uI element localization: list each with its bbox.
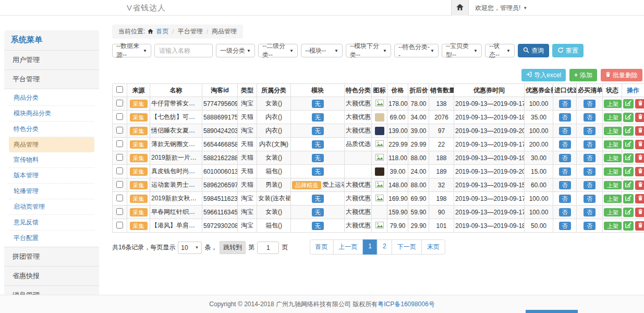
sidebar-item-特色分类[interactable]: 特色分类 xyxy=(9,122,94,137)
edit-icon xyxy=(625,167,631,175)
pager-button-下一页[interactable]: 下一页 xyxy=(392,239,422,255)
delete-button[interactable] xyxy=(635,208,644,217)
edit-button[interactable] xyxy=(623,194,634,203)
delete-button[interactable] xyxy=(635,140,644,149)
sidebar-group-拼团管理[interactable]: 拼团管理 xyxy=(4,247,99,266)
row-checkbox[interactable] xyxy=(116,167,123,174)
import-excel-button[interactable]: 导入excel xyxy=(521,69,566,81)
delete-button[interactable] xyxy=(635,180,644,190)
add-button[interactable]: + 添加 xyxy=(569,69,597,81)
edit-button[interactable] xyxy=(623,99,634,109)
edit-icon xyxy=(625,195,631,202)
sidebar-item-商品管理[interactable]: 商品管理 xyxy=(9,137,94,152)
breadcrumb-home-icon xyxy=(148,28,153,35)
edit-button[interactable] xyxy=(623,221,634,231)
breadcrumb-item-platform: 平台管理 xyxy=(178,27,203,36)
bottom-blue-strip xyxy=(526,310,578,313)
pager-button-首页[interactable]: 首页 xyxy=(309,239,333,255)
breadcrumb-item-goods: 商品管理 xyxy=(212,27,237,36)
delete-button[interactable] xyxy=(635,167,644,176)
item-type-select[interactable]: --宝贝类型--▼ xyxy=(442,44,482,57)
sidebar-item-平台配置[interactable]: 平台配置 xyxy=(9,231,94,246)
row-checkbox[interactable] xyxy=(116,113,123,120)
header-right: 欢迎您，管理员! ▼ xyxy=(451,0,644,16)
sidebar-item-模块商品分类[interactable]: 模块商品分类 xyxy=(9,106,94,122)
sidebar-item-商品分类[interactable]: 商品分类 xyxy=(9,90,94,106)
query-button[interactable]: 查询 xyxy=(518,44,549,57)
sidebar-group-省惠快报[interactable]: 省惠快报 xyxy=(4,266,99,285)
page-number-input[interactable] xyxy=(257,242,279,254)
edit-button[interactable] xyxy=(623,113,634,122)
row-checkbox[interactable] xyxy=(116,195,123,201)
must-buy-badge: 否 xyxy=(584,167,596,176)
delete-button[interactable] xyxy=(635,194,644,203)
sidebar-item-宣传物料[interactable]: 宣传物料 xyxy=(9,152,94,168)
row-checkbox[interactable] xyxy=(116,208,123,215)
delete-button[interactable] xyxy=(635,221,644,231)
sidebar-group-消息管理[interactable]: 消息管理 xyxy=(4,285,99,295)
pager-button-末页[interactable]: 末页 xyxy=(421,239,445,255)
delete-button[interactable] xyxy=(635,113,644,122)
row-select-cell xyxy=(113,124,127,138)
sidebar-group-用户管理[interactable]: 用户管理 xyxy=(4,50,99,69)
price: 169.90 xyxy=(387,192,408,206)
table-row: 采集薄款无钢圈文胸聚拢性...565446685867天猫内衣(文胸)无品质优选… xyxy=(113,138,644,151)
pager-button-上一页[interactable]: 上一页 xyxy=(333,239,363,255)
sidebar-item-轮播管理[interactable]: 轮播管理 xyxy=(9,184,94,199)
column-header-销售数量: 销售数量 xyxy=(429,84,454,97)
sidebar-item-启动页管理[interactable]: 启动页管理 xyxy=(9,199,94,215)
edit-button[interactable] xyxy=(623,167,634,176)
pager-button-2[interactable]: 2 xyxy=(377,239,392,255)
sidebar-item-版本管理[interactable]: 版本管理 xyxy=(9,168,94,184)
jump-button[interactable]: 跳转到 xyxy=(220,241,246,254)
edit-button[interactable] xyxy=(623,180,634,190)
name-input[interactable] xyxy=(154,44,213,57)
home-button[interactable] xyxy=(451,0,469,16)
module-select[interactable]: --模块--▼ xyxy=(301,44,343,57)
row-checkbox[interactable] xyxy=(116,100,123,106)
batch-delete-button[interactable]: 批量删除 xyxy=(601,69,642,81)
edit-button[interactable] xyxy=(623,208,634,217)
status-select[interactable]: --状态--▼ xyxy=(485,44,515,57)
breadcrumb-home-link[interactable]: 首页 xyxy=(156,27,168,36)
level2-category-select[interactable]: --二级分类--▼ xyxy=(258,44,298,57)
image-placeholder-icon xyxy=(375,223,384,230)
level1-category-select[interactable]: 一级分类▼ xyxy=(216,44,255,57)
discount-price: 24.00 xyxy=(408,165,429,178)
sales-count: 2076 xyxy=(429,111,454,124)
row-checkbox[interactable] xyxy=(116,222,123,228)
source-badge: 采集 xyxy=(130,222,148,230)
feature-category-select[interactable]: --特色分类--▼ xyxy=(394,44,439,57)
pager-button-1[interactable]: 1 xyxy=(362,239,378,255)
coupon-amount: 100.00 xyxy=(525,124,553,138)
delete-button[interactable] xyxy=(635,126,644,136)
data-source-select[interactable]: --数据来源--▼ xyxy=(112,44,151,57)
edit-button[interactable] xyxy=(623,126,634,136)
reset-button[interactable]: 重置 xyxy=(552,44,584,57)
row-checkbox[interactable] xyxy=(116,127,123,134)
per-page-select[interactable]: 10 ▼ xyxy=(178,242,202,254)
column-header-操作: 操作 xyxy=(622,84,644,97)
row-checkbox[interactable] xyxy=(116,154,123,161)
status-badge: 上架 xyxy=(604,140,622,149)
sales-count: 97 xyxy=(429,124,454,138)
edit-button[interactable] xyxy=(623,153,634,163)
select-all-checkbox[interactable] xyxy=(116,86,123,93)
user-menu[interactable]: 欢迎您，管理员! ▼ xyxy=(469,4,527,13)
delete-button[interactable] xyxy=(635,153,644,163)
row-checkbox[interactable] xyxy=(116,140,123,147)
sidebar-group-平台管理[interactable]: 平台管理 xyxy=(4,69,99,89)
goods-type: 淘宝 xyxy=(238,192,257,206)
module-subcategory-select[interactable]: --模块下分类--▼ xyxy=(346,44,391,57)
price: 79.90 xyxy=(387,219,408,233)
icp-link[interactable]: 粤ICP备16098006号 xyxy=(378,300,434,309)
delete-button[interactable] xyxy=(635,99,644,109)
edit-button[interactable] xyxy=(623,140,634,149)
feature-category: 品质优选 xyxy=(345,138,372,151)
sidebar-item-意见反馈[interactable]: 意见反馈 xyxy=(9,215,94,231)
must-buy-badge: 否 xyxy=(584,181,596,189)
chevron-down-icon: ▼ xyxy=(383,49,387,53)
top-header: V省钱达人 欢迎您，管理员! ▼ xyxy=(0,0,644,16)
price: 118.00 xyxy=(387,151,408,165)
row-checkbox[interactable] xyxy=(116,181,123,188)
